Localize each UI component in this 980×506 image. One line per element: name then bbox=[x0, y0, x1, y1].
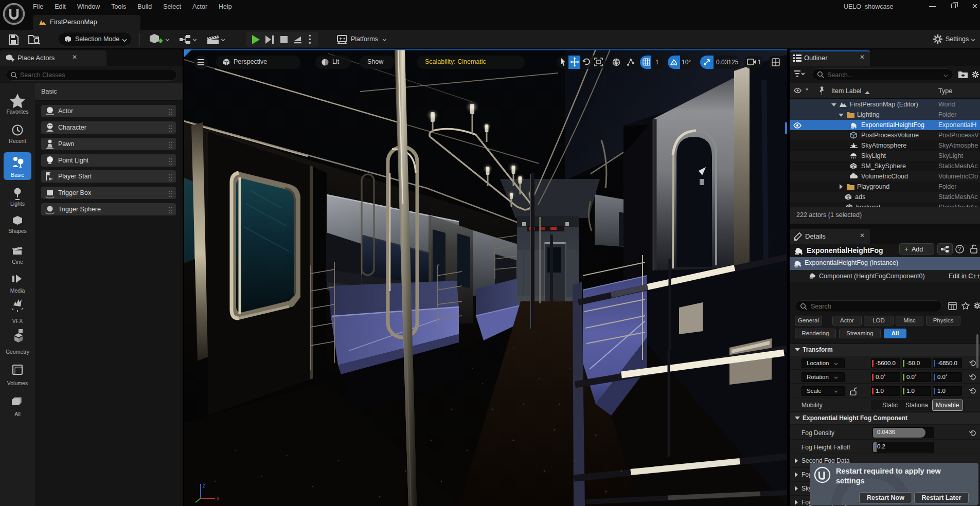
svg-text:z: z bbox=[203, 483, 205, 489]
svg-text:x: x bbox=[217, 496, 219, 501]
svg-text:?: ? bbox=[958, 246, 961, 252]
